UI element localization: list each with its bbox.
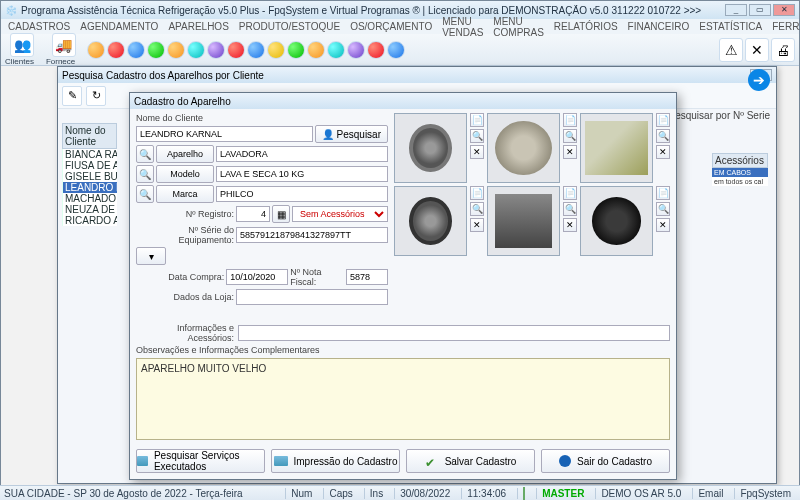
toolbar-ball-12[interactable] (307, 41, 325, 59)
client-row[interactable]: MACHADO DE AS (62, 193, 117, 204)
client-row[interactable]: NEUZA DE FATIM (62, 204, 117, 215)
aparelho-input[interactable] (216, 146, 388, 162)
search-tool-edit-icon[interactable]: ✎ (62, 86, 82, 106)
status-email[interactable]: Email (692, 488, 728, 499)
photo1-zoom-icon[interactable]: 🔍 (470, 129, 484, 143)
menu-ferramentas[interactable]: FERRAMENTAS (767, 21, 800, 32)
toolbar-ball-15[interactable] (367, 41, 385, 59)
serial-dropdown-icon[interactable]: ▾ (136, 247, 166, 265)
accessory-row[interactable]: em todos os cal (712, 177, 768, 186)
photo2-add-icon[interactable]: 📄 (563, 113, 577, 127)
photo6-del-icon[interactable]: ✕ (656, 218, 670, 232)
toolbar-ball-11[interactable] (287, 41, 305, 59)
info-input[interactable] (238, 325, 670, 341)
tb-clientes[interactable]: 👥Clientes (5, 33, 40, 66)
photo1-add-icon[interactable]: 📄 (470, 113, 484, 127)
marca-lookup-icon[interactable]: 🔍 (136, 185, 154, 203)
accessory-select[interactable]: Sem Acessórios (292, 206, 388, 222)
search-tool-refresh-icon[interactable]: ↻ (86, 86, 106, 106)
menu-produto[interactable]: PRODUTO/ESTOQUE (234, 21, 345, 32)
modelo-button[interactable]: Modelo (156, 165, 214, 183)
serial-input[interactable] (236, 227, 388, 243)
photo-2[interactable] (487, 113, 560, 183)
toolbar-ball-4[interactable] (147, 41, 165, 59)
menu-os[interactable]: OS/ORÇAMENTO (345, 21, 437, 32)
save-button[interactable]: Salvar Cadastro (406, 449, 535, 473)
photo-6[interactable] (580, 186, 653, 256)
photo6-zoom-icon[interactable]: 🔍 (656, 202, 670, 216)
toolbar-close-icon[interactable]: ✕ (745, 38, 769, 62)
nf-input[interactable] (346, 269, 388, 285)
toolbar-ball-1[interactable] (87, 41, 105, 59)
print-button[interactable]: Impressão do Cadastro (271, 449, 400, 473)
nreg-action-icon[interactable]: ▦ (272, 205, 290, 223)
toolbar-ball-2[interactable] (107, 41, 125, 59)
toolbar-ball-13[interactable] (327, 41, 345, 59)
obs-textarea[interactable]: APARELHO MUITO VELHO (136, 358, 670, 440)
photo3-zoom-icon[interactable]: 🔍 (656, 129, 670, 143)
device-form-title: Cadastro do Aparelho (134, 96, 231, 107)
toolbar-printer-icon[interactable]: 🖨 (771, 38, 795, 62)
photo4-add-icon[interactable]: 📄 (470, 186, 484, 200)
toolbar-ball-6[interactable] (187, 41, 205, 59)
photo6-add-icon[interactable]: 📄 (656, 186, 670, 200)
toolbar-ball-8[interactable] (227, 41, 245, 59)
accessory-row-selected[interactable]: EM CABOS (712, 168, 768, 177)
maximize-button[interactable]: ▭ (749, 4, 771, 16)
aparelho-button[interactable]: Aparelho (156, 145, 214, 163)
toolbar-ball-16[interactable] (387, 41, 405, 59)
menu-agendamento[interactable]: AGENDAMENTO (75, 21, 163, 32)
toolbar-ball-10[interactable] (267, 41, 285, 59)
search-go-icon[interactable]: ➔ (748, 69, 770, 91)
photo5-del-icon[interactable]: ✕ (563, 218, 577, 232)
toolbar-ball-14[interactable] (347, 41, 365, 59)
photo-5[interactable] (487, 186, 560, 256)
date-input[interactable] (226, 269, 288, 285)
services-button[interactable]: Pesquisar Serviços Executados (136, 449, 265, 473)
toolbar-warn-icon[interactable]: ⚠ (719, 38, 743, 62)
marca-button[interactable]: Marca (156, 185, 214, 203)
photo4-zoom-icon[interactable]: 🔍 (470, 202, 484, 216)
photo3-add-icon[interactable]: 📄 (656, 113, 670, 127)
menu-relatorios[interactable]: RELATÓRIOS (549, 21, 623, 32)
menu-estatistica[interactable]: ESTATÍSTICA (694, 21, 767, 32)
toolbar-ball-5[interactable] (167, 41, 185, 59)
exit-button[interactable]: Sair do Cadastro (541, 449, 670, 473)
photo2-zoom-icon[interactable]: 🔍 (563, 129, 577, 143)
photo5-zoom-icon[interactable]: 🔍 (563, 202, 577, 216)
client-list[interactable]: Nome do Cliente BIANCA RAU FIUSA DE ALME… (62, 123, 117, 473)
modelo-lookup-icon[interactable]: 🔍 (136, 165, 154, 183)
nreg-input[interactable] (236, 206, 270, 222)
close-button[interactable]: ✕ (773, 4, 795, 16)
photo5-add-icon[interactable]: 📄 (563, 186, 577, 200)
menu-compras[interactable]: MENU COMPRAS (488, 16, 549, 38)
client-input[interactable] (136, 126, 313, 142)
loja-input[interactable] (236, 289, 388, 305)
photo1-del-icon[interactable]: ✕ (470, 145, 484, 159)
client-row[interactable]: GISELE BUNDCHE (62, 171, 117, 182)
photo2-del-icon[interactable]: ✕ (563, 145, 577, 159)
menu-financeiro[interactable]: FINANCEIRO (623, 21, 695, 32)
photo-1[interactable] (394, 113, 467, 183)
tb-fornece[interactable]: 🚚Fornece (46, 33, 81, 66)
photo4-del-icon[interactable]: ✕ (470, 218, 484, 232)
minimize-button[interactable]: _ (725, 4, 747, 16)
aparelho-lookup-icon[interactable]: 🔍 (136, 145, 154, 163)
marca-input[interactable] (216, 186, 388, 202)
photo-4[interactable] (394, 186, 467, 256)
toolbar-ball-9[interactable] (247, 41, 265, 59)
menu-vendas[interactable]: MENU VENDAS (437, 16, 488, 38)
photo3-del-icon[interactable]: ✕ (656, 145, 670, 159)
client-row[interactable]: FIUSA DE ALMEID (62, 160, 117, 171)
menu-cadastros[interactable]: CADASTROS (3, 21, 75, 32)
toolbar-ball-3[interactable] (127, 41, 145, 59)
toolbar-ball-7[interactable] (207, 41, 225, 59)
client-row-selected[interactable]: LEANDRO KARNA (62, 182, 117, 193)
client-row[interactable]: RICARDO ALMEID (62, 215, 117, 226)
search-client-button[interactable]: 👤Pesquisar (315, 125, 388, 143)
status-sys[interactable]: FpqSystem (734, 488, 796, 499)
modelo-input[interactable] (216, 166, 388, 182)
photo-3[interactable] (580, 113, 653, 183)
menu-aparelhos[interactable]: APARELHOS (163, 21, 233, 32)
client-row[interactable]: BIANCA RAU (62, 149, 117, 160)
